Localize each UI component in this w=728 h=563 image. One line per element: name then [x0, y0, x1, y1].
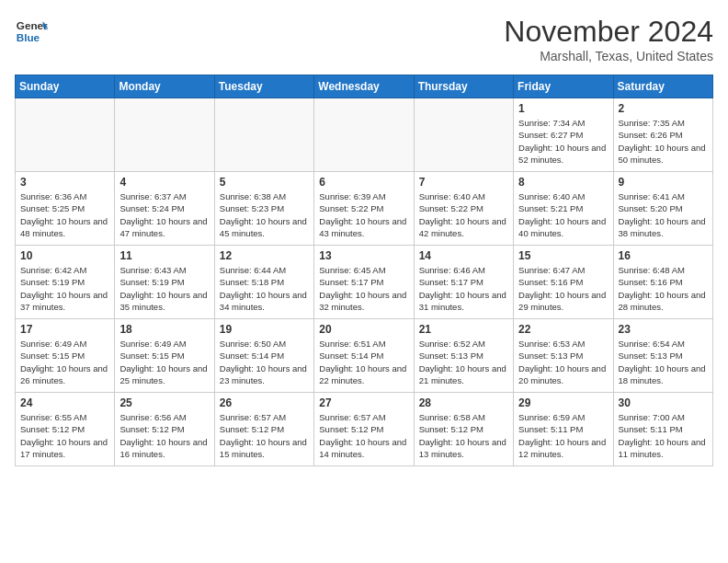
calendar-cell: 24Sunrise: 6:55 AM Sunset: 5:12 PM Dayli… — [16, 393, 115, 466]
calendar-cell: 9Sunrise: 6:41 AM Sunset: 5:20 PM Daylig… — [613, 172, 712, 246]
day-number: 3 — [20, 176, 109, 189]
calendar-week-row: 1Sunrise: 7:34 AM Sunset: 6:27 PM Daylig… — [16, 98, 713, 172]
day-number: 9 — [619, 176, 708, 189]
day-number: 28 — [419, 396, 508, 409]
day-info: Sunrise: 6:37 AM Sunset: 5:24 PM Dayligh… — [119, 190, 209, 239]
day-info: Sunrise: 6:59 AM Sunset: 5:11 PM Dayligh… — [518, 411, 608, 460]
calendar-cell: 27Sunrise: 6:57 AM Sunset: 5:12 PM Dayli… — [314, 393, 414, 466]
calendar-cell: 15Sunrise: 6:47 AM Sunset: 5:16 PM Dayli… — [514, 246, 613, 319]
calendar-cell: 7Sunrise: 6:40 AM Sunset: 5:22 PM Daylig… — [414, 172, 513, 246]
day-number: 12 — [220, 249, 309, 262]
day-number: 26 — [220, 396, 309, 409]
calendar-cell: 6Sunrise: 6:39 AM Sunset: 5:22 PM Daylig… — [314, 172, 414, 246]
day-number: 16 — [619, 249, 708, 262]
day-number: 21 — [419, 323, 508, 336]
weekday-header: Monday — [115, 75, 214, 98]
month-title: November 2024 — [504, 15, 713, 49]
calendar-cell: 1Sunrise: 7:34 AM Sunset: 6:27 PM Daylig… — [514, 98, 613, 172]
day-number: 1 — [518, 102, 608, 115]
day-number: 15 — [518, 249, 608, 262]
day-info: Sunrise: 6:54 AM Sunset: 5:13 PM Dayligh… — [619, 338, 708, 386]
calendar-cell — [414, 98, 513, 172]
calendar-cell: 13Sunrise: 6:45 AM Sunset: 5:17 PM Dayli… — [314, 246, 414, 319]
calendar-cell: 10Sunrise: 6:42 AM Sunset: 5:19 PM Dayli… — [16, 246, 115, 319]
day-number: 13 — [319, 249, 408, 262]
day-number: 2 — [619, 102, 708, 115]
day-number: 19 — [220, 323, 309, 336]
calendar-cell: 26Sunrise: 6:57 AM Sunset: 5:12 PM Dayli… — [214, 393, 313, 466]
day-number: 11 — [119, 249, 209, 262]
calendar-week-row: 17Sunrise: 6:49 AM Sunset: 5:15 PM Dayli… — [16, 319, 713, 393]
page-header: General Blue November 2024 Marshall, Tex… — [15, 15, 713, 63]
calendar-cell: 23Sunrise: 6:54 AM Sunset: 5:13 PM Dayli… — [613, 319, 712, 393]
weekday-header: Tuesday — [214, 75, 313, 98]
day-number: 29 — [518, 396, 608, 409]
day-number: 17 — [20, 323, 109, 336]
day-info: Sunrise: 6:41 AM Sunset: 5:20 PM Dayligh… — [619, 190, 708, 239]
calendar-cell: 2Sunrise: 7:35 AM Sunset: 6:26 PM Daylig… — [613, 98, 712, 172]
day-number: 20 — [319, 323, 408, 336]
day-number: 4 — [119, 176, 209, 189]
calendar-week-row: 24Sunrise: 6:55 AM Sunset: 5:12 PM Dayli… — [16, 393, 713, 466]
calendar-cell: 11Sunrise: 6:43 AM Sunset: 5:19 PM Dayli… — [115, 246, 214, 319]
day-info: Sunrise: 6:40 AM Sunset: 5:21 PM Dayligh… — [518, 190, 608, 239]
day-number: 5 — [220, 176, 309, 189]
day-info: Sunrise: 6:40 AM Sunset: 5:22 PM Dayligh… — [419, 190, 508, 239]
day-info: Sunrise: 6:57 AM Sunset: 5:12 PM Dayligh… — [319, 411, 408, 460]
day-number: 24 — [20, 396, 109, 409]
logo: General Blue — [15, 15, 48, 48]
calendar-cell: 5Sunrise: 6:38 AM Sunset: 5:23 PM Daylig… — [214, 172, 313, 246]
day-info: Sunrise: 6:45 AM Sunset: 5:17 PM Dayligh… — [319, 264, 408, 313]
day-info: Sunrise: 7:34 AM Sunset: 6:27 PM Dayligh… — [518, 117, 608, 166]
day-number: 7 — [419, 176, 508, 189]
calendar-cell: 28Sunrise: 6:58 AM Sunset: 5:12 PM Dayli… — [414, 393, 513, 466]
calendar-cell: 25Sunrise: 6:56 AM Sunset: 5:12 PM Dayli… — [115, 393, 214, 466]
calendar-cell: 3Sunrise: 6:36 AM Sunset: 5:25 PM Daylig… — [16, 172, 115, 246]
day-info: Sunrise: 6:55 AM Sunset: 5:12 PM Dayligh… — [20, 411, 109, 460]
weekday-header: Wednesday — [314, 75, 414, 98]
day-info: Sunrise: 6:39 AM Sunset: 5:22 PM Dayligh… — [319, 190, 408, 239]
title-block: November 2024 Marshall, Texas, United St… — [504, 15, 713, 63]
day-number: 8 — [518, 176, 608, 189]
day-number: 18 — [119, 323, 209, 336]
weekday-header: Sunday — [16, 75, 115, 98]
calendar-cell: 20Sunrise: 6:51 AM Sunset: 5:14 PM Dayli… — [314, 319, 414, 393]
day-info: Sunrise: 6:58 AM Sunset: 5:12 PM Dayligh… — [419, 411, 508, 460]
calendar-cell: 16Sunrise: 6:48 AM Sunset: 5:16 PM Dayli… — [613, 246, 712, 319]
day-info: Sunrise: 6:43 AM Sunset: 5:19 PM Dayligh… — [119, 264, 209, 313]
day-number: 23 — [619, 323, 708, 336]
day-info: Sunrise: 6:49 AM Sunset: 5:15 PM Dayligh… — [20, 338, 109, 386]
logo-icon: General Blue — [15, 15, 48, 48]
svg-text:Blue: Blue — [17, 31, 40, 43]
day-info: Sunrise: 7:35 AM Sunset: 6:26 PM Dayligh… — [619, 117, 708, 166]
calendar-cell: 4Sunrise: 6:37 AM Sunset: 5:24 PM Daylig… — [115, 172, 214, 246]
day-info: Sunrise: 6:42 AM Sunset: 5:19 PM Dayligh… — [20, 264, 109, 313]
day-info: Sunrise: 6:46 AM Sunset: 5:17 PM Dayligh… — [419, 264, 508, 313]
day-number: 25 — [119, 396, 209, 409]
day-info: Sunrise: 6:53 AM Sunset: 5:13 PM Dayligh… — [518, 338, 608, 386]
calendar-cell: 22Sunrise: 6:53 AM Sunset: 5:13 PM Dayli… — [514, 319, 613, 393]
calendar-cell: 8Sunrise: 6:40 AM Sunset: 5:21 PM Daylig… — [514, 172, 613, 246]
weekday-header-row: SundayMondayTuesdayWednesdayThursdayFrid… — [16, 75, 713, 98]
calendar-week-row: 10Sunrise: 6:42 AM Sunset: 5:19 PM Dayli… — [16, 246, 713, 319]
day-info: Sunrise: 6:36 AM Sunset: 5:25 PM Dayligh… — [20, 190, 109, 239]
day-number: 27 — [319, 396, 408, 409]
calendar-cell — [16, 98, 115, 172]
day-info: Sunrise: 6:49 AM Sunset: 5:15 PM Dayligh… — [119, 338, 209, 386]
weekday-header: Friday — [514, 75, 613, 98]
calendar-table: SundayMondayTuesdayWednesdayThursdayFrid… — [15, 75, 713, 466]
day-number: 14 — [419, 249, 508, 262]
calendar-cell: 14Sunrise: 6:46 AM Sunset: 5:17 PM Dayli… — [414, 246, 513, 319]
day-number: 30 — [619, 396, 708, 409]
day-number: 22 — [518, 323, 608, 336]
calendar-cell: 19Sunrise: 6:50 AM Sunset: 5:14 PM Dayli… — [214, 319, 313, 393]
day-info: Sunrise: 6:57 AM Sunset: 5:12 PM Dayligh… — [220, 411, 309, 460]
calendar-cell — [214, 98, 313, 172]
day-number: 10 — [20, 249, 109, 262]
calendar-cell: 21Sunrise: 6:52 AM Sunset: 5:13 PM Dayli… — [414, 319, 513, 393]
day-info: Sunrise: 6:38 AM Sunset: 5:23 PM Dayligh… — [220, 190, 309, 239]
day-info: Sunrise: 6:44 AM Sunset: 5:18 PM Dayligh… — [220, 264, 309, 313]
day-info: Sunrise: 6:52 AM Sunset: 5:13 PM Dayligh… — [419, 338, 508, 386]
day-info: Sunrise: 6:51 AM Sunset: 5:14 PM Dayligh… — [319, 338, 408, 386]
day-info: Sunrise: 7:00 AM Sunset: 5:11 PM Dayligh… — [619, 411, 708, 460]
